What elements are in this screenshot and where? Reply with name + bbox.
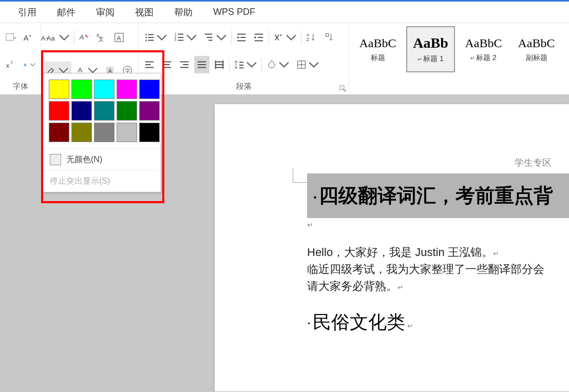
color-swatch[interactable] — [71, 101, 92, 121]
section-heading[interactable]: ·民俗文化类↵ — [307, 310, 569, 335]
svg-rect-43 — [145, 62, 154, 63]
svg-rect-26 — [178, 34, 183, 35]
svg-text:3: 3 — [175, 38, 177, 42]
shading-button[interactable] — [264, 56, 292, 73]
svg-rect-53 — [198, 64, 206, 65]
style-heading-2[interactable]: AaBbC ↵标题 2 — [459, 26, 508, 72]
styles-gallery: AaBbC 标题 AaBb ↵标题 1 AaBbC ↵标题 2 AaBbC 副标… — [349, 23, 565, 94]
color-grid — [43, 73, 161, 148]
svg-rect-0 — [6, 34, 14, 41]
svg-rect-45 — [145, 67, 154, 68]
color-swatch[interactable] — [94, 123, 115, 142]
bullets-button[interactable] — [142, 29, 169, 46]
style-subtitle[interactable]: AaBbC 副标题 — [512, 26, 561, 72]
svg-rect-39 — [255, 41, 263, 42]
color-swatch[interactable] — [139, 80, 160, 99]
svg-rect-30 — [178, 40, 183, 41]
color-swatch[interactable] — [94, 101, 115, 121]
grow-font-button[interactable]: A▴ — [21, 29, 36, 46]
change-case-button[interactable]: Aa — [44, 29, 72, 46]
margin-corner-mark — [293, 168, 307, 183]
svg-rect-47 — [164, 64, 170, 65]
svg-rect-57 — [215, 67, 224, 68]
increase-indent-button[interactable] — [251, 29, 267, 46]
svg-text:▴: ▴ — [29, 33, 31, 37]
color-swatch[interactable] — [49, 80, 69, 99]
clear-formatting-button[interactable]: A — [77, 29, 92, 46]
line-spacing-button[interactable] — [232, 56, 259, 73]
svg-rect-28 — [178, 37, 183, 38]
svg-rect-54 — [198, 67, 206, 68]
font-group-label: 字体 — [3, 82, 37, 92]
show-marks-button[interactable] — [321, 29, 336, 46]
align-justify-button[interactable] — [194, 56, 210, 73]
svg-rect-38 — [258, 37, 263, 38]
svg-rect-37 — [255, 34, 263, 35]
svg-rect-62 — [239, 68, 243, 69]
asian-layout-button[interactable]: ▾ — [271, 29, 299, 46]
svg-rect-60 — [239, 62, 243, 63]
svg-rect-46 — [163, 62, 172, 63]
tab-mail[interactable]: 邮件 — [47, 6, 86, 18]
svg-rect-58 — [215, 61, 216, 69]
stop-highlight-option[interactable]: 停止突出显示(S) — [43, 170, 161, 192]
tab-references[interactable]: 引用 — [8, 6, 47, 18]
svg-rect-49 — [180, 62, 189, 63]
svg-text:A: A — [78, 66, 82, 73]
style-title[interactable]: AaBbC 标题 — [353, 26, 402, 72]
svg-point-21 — [145, 37, 147, 38]
svg-rect-31 — [205, 34, 213, 35]
numbering-button[interactable]: 123 — [172, 29, 199, 46]
body-paragraph[interactable]: Hello，大家好，我是 Justin 王泓锦。↵ 临近四级考试，我为大家整理了… — [307, 244, 569, 295]
color-swatch[interactable] — [94, 80, 115, 99]
svg-text:A: A — [24, 63, 27, 67]
color-swatch[interactable] — [71, 80, 92, 99]
svg-text:▾: ▾ — [280, 33, 282, 37]
color-swatch[interactable] — [117, 80, 137, 99]
text-effects-button[interactable]: A — [21, 56, 37, 73]
align-left-button[interactable] — [142, 56, 157, 73]
svg-rect-24 — [148, 40, 154, 41]
svg-rect-36 — [237, 41, 246, 42]
align-center-button[interactable] — [159, 56, 175, 73]
decrease-indent-button[interactable] — [234, 29, 249, 46]
svg-point-19 — [145, 34, 147, 35]
document-page[interactable]: 学生专区 ·四级翻译词汇，考前重点背 ↵ Hello，大家好，我是 Justin… — [215, 104, 569, 391]
color-swatch[interactable] — [139, 123, 160, 142]
tab-help[interactable]: 帮助 — [164, 6, 203, 18]
svg-rect-32 — [206, 37, 212, 38]
borders-button[interactable] — [294, 56, 321, 73]
tab-view[interactable]: 视图 — [125, 6, 164, 18]
character-border-button[interactable]: A — [111, 29, 127, 46]
paragraph-group-label: 段落 — [142, 82, 346, 92]
color-swatch[interactable] — [139, 101, 160, 121]
paragraph-dialog-launcher[interactable] — [339, 85, 347, 92]
align-right-button[interactable] — [177, 56, 192, 73]
paragraph-group: 123 ▾ AZ 段落 — [139, 23, 349, 94]
svg-rect-20 — [148, 34, 154, 35]
superscript-button[interactable]: x2 — [3, 56, 18, 73]
style-heading-1[interactable]: AaBb ↵标题 1 — [406, 26, 455, 72]
multilevel-list-button[interactable] — [201, 29, 229, 46]
font-size-partial: A▴ A▾ x2 A 字体 — [0, 23, 41, 94]
unknown-dropdown[interactable] — [3, 29, 18, 46]
color-swatch[interactable] — [49, 101, 69, 121]
color-swatch[interactable] — [71, 123, 92, 142]
svg-rect-50 — [183, 64, 188, 65]
color-swatch[interactable] — [49, 123, 69, 142]
tab-wps-pdf[interactable]: WPS PDF — [203, 7, 265, 17]
selected-title-block[interactable]: ·四级翻译词汇，考前重点背 — [307, 173, 569, 218]
color-swatch[interactable] — [117, 123, 137, 142]
phonetic-guide-button[interactable]: 変文 — [94, 29, 109, 46]
color-swatch[interactable] — [117, 101, 137, 121]
tab-review[interactable]: 审阅 — [86, 6, 125, 18]
svg-rect-52 — [198, 62, 206, 63]
no-color-swatch-icon — [50, 154, 61, 165]
svg-text:A: A — [117, 35, 121, 42]
no-color-option[interactable]: 无颜色(N) — [43, 148, 161, 170]
svg-rect-48 — [163, 67, 172, 68]
svg-rect-34 — [237, 34, 246, 35]
align-distributed-button[interactable] — [212, 56, 227, 73]
svg-text:A: A — [307, 33, 310, 37]
sort-button[interactable]: AZ — [304, 29, 319, 46]
